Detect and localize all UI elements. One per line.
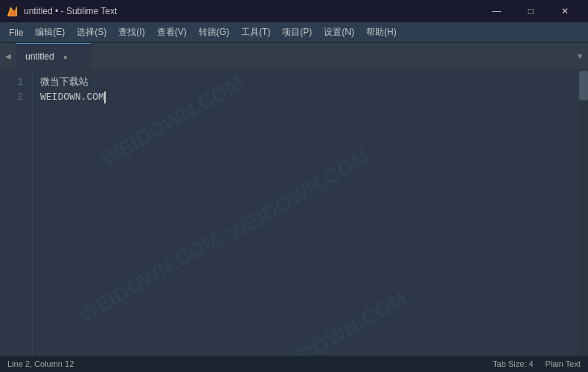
line-num-1: 1 xyxy=(0,75,23,90)
menu-item-v[interactable]: 查看(V) xyxy=(151,23,193,42)
code-line-2: WEIDOWN.COM xyxy=(40,90,579,105)
code-line-1: 微当下载站 xyxy=(40,75,579,90)
window-controls: — □ ✕ xyxy=(479,0,582,22)
status-right: Tab Size: 4 Plain Text xyxy=(493,359,581,368)
minimize-button[interactable]: — xyxy=(479,0,514,22)
close-button[interactable]: ✕ xyxy=(548,0,582,22)
tab-close-button[interactable]: ● xyxy=(60,51,71,62)
menu-item-p[interactable]: 项目(P) xyxy=(276,23,318,42)
watermark-overlay: WEIDOWN.COMWEIDOWN.COMWEIDOWN.COMWEIDOWN… xyxy=(33,69,579,356)
menu-item-s[interactable]: 选择(S) xyxy=(71,23,112,42)
title-bar: untitled • - Sublime Text — □ ✕ xyxy=(0,0,588,22)
menu-item-g[interactable]: 转跳(G) xyxy=(193,23,235,42)
tab-label: untitled xyxy=(25,51,54,62)
title-text: untitled • - Sublime Text xyxy=(24,6,117,16)
editor-area[interactable]: 1 2 微当下载站 WEIDOWN.COM WEIDOWN.COMWEIDOWN… xyxy=(0,69,588,356)
tab-untitled[interactable]: untitled ● xyxy=(16,43,91,69)
app-icon xyxy=(6,4,19,18)
menu-item-n[interactable]: 设置(N) xyxy=(318,23,360,42)
text-cursor xyxy=(104,92,106,103)
maximize-button[interactable]: □ xyxy=(514,0,548,22)
menu-item-h[interactable]: 帮助(H) xyxy=(360,23,403,42)
status-bar: Line 2, Column 12 Tab Size: 4 Plain Text xyxy=(0,356,588,372)
code-line-2-content: WEIDOWN.COM xyxy=(40,90,104,105)
code-area[interactable]: 微当下载站 WEIDOWN.COM WEIDOWN.COMWEIDOWN.COM… xyxy=(33,69,579,356)
tab-bar: ◀ untitled ● ▼ xyxy=(0,43,588,69)
menu-item-i[interactable]: 查找(I) xyxy=(112,23,150,42)
menu-item-file[interactable]: File xyxy=(3,25,29,41)
title-left: untitled • - Sublime Text xyxy=(6,4,117,18)
language-mode[interactable]: Plain Text xyxy=(546,359,581,368)
tab-nav-left[interactable]: ◀ xyxy=(0,43,16,69)
watermark-text-2: WEIDOWN.COM xyxy=(77,231,223,324)
code-line-1-content: 微当下载站 xyxy=(40,75,89,90)
menu-item-e[interactable]: 编辑(E) xyxy=(29,23,71,42)
watermark-text-3: WEIDOWN.COM xyxy=(263,291,409,356)
menu-item-t[interactable]: 工具(T) xyxy=(235,23,276,42)
line-num-2: 2 xyxy=(0,90,23,105)
watermark-text-1: WEIDOWN.COM xyxy=(226,150,371,243)
scrollbar-thumb[interactable] xyxy=(579,71,588,100)
tab-size[interactable]: Tab Size: 4 xyxy=(493,359,533,368)
status-left: Line 2, Column 12 xyxy=(7,359,74,368)
cursor-position: Line 2, Column 12 xyxy=(7,359,74,368)
menu-bar: File编辑(E)选择(S)查找(I)查看(V)转跳(G)工具(T)项目(P)设… xyxy=(0,22,588,43)
vertical-scrollbar[interactable] xyxy=(579,69,588,356)
tab-nav-right[interactable]: ▼ xyxy=(572,43,588,69)
line-numbers: 1 2 xyxy=(0,69,33,356)
